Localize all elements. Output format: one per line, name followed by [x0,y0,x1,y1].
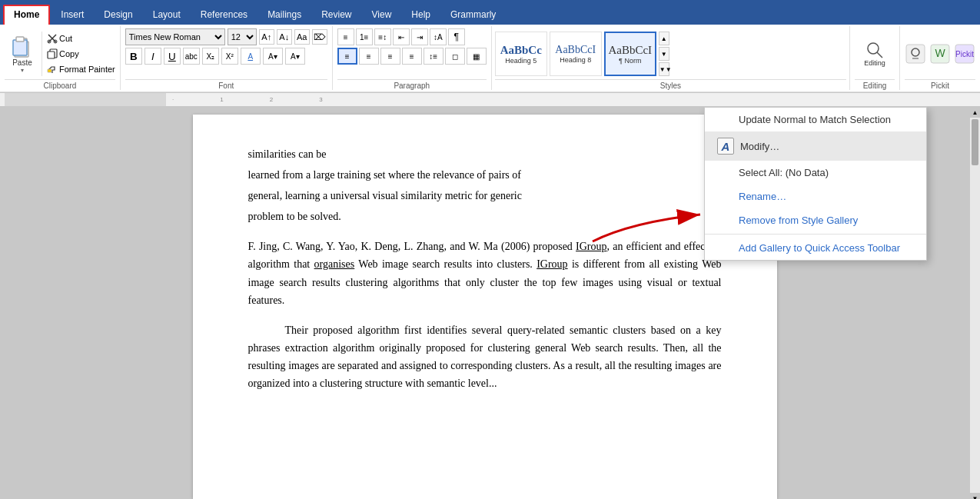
font-name-select[interactable]: Times New Roman [125,28,225,45]
pickit-label: Pickit [905,79,975,90]
heading8-preview: AaBbCcI [555,44,596,56]
style-scroll-down[interactable]: ▼ [659,47,669,61]
paste-label: Paste [12,58,32,67]
scroll-down-btn[interactable]: ▼ [970,493,980,499]
cut-label: Cut [59,34,72,43]
tab-home[interactable]: Home [3,5,50,25]
tab-design[interactable]: Design [95,6,141,25]
style-heading8[interactable]: AaBbCcI Heading 8 [550,32,602,76]
highlight-btn[interactable]: A▾ [263,48,283,65]
paste-button[interactable]: Paste ▾ [5,32,40,76]
style-heading5[interactable]: AaBbCc Heading 5 [495,32,547,76]
increase-indent-btn[interactable]: ⇥ [411,28,428,45]
para-general: general, learning a universal visual sim… [248,187,722,205]
cut-button[interactable]: Cut [47,32,115,45]
style-scroll: ▲ ▼ ▼▼ [659,32,669,76]
igroup-ref2: IGroup [537,258,567,270]
check-btn[interactable] [905,43,926,65]
tab-grammarly[interactable]: Grammarly [441,6,505,25]
multilevel-btn[interactable]: ≡↕ [374,28,391,45]
editing-group-label: Editing [855,79,895,90]
context-menu: Update Normal to Match Selection A Modif… [704,107,927,261]
format-painter-icon [47,64,58,75]
tab-help[interactable]: Help [402,6,440,25]
ruler-mark-2: 1 [220,96,223,103]
copy-icon [47,48,58,59]
menu-item-update[interactable]: Update Normal to Match Selection [705,108,926,131]
paste-icon [12,34,33,58]
justify-btn[interactable]: ≡ [402,48,422,65]
para-learned: learned from a large training set where … [248,166,722,184]
increase-font-btn[interactable]: A↑ [259,29,274,45]
decrease-font-btn[interactable]: A↓ [277,29,292,45]
document-area: similarities can be learned from a large… [0,107,980,499]
svg-line-12 [877,52,882,58]
strikethrough-btn[interactable]: abc [183,48,200,65]
numbering-btn[interactable]: 1≡ [356,28,373,45]
style-scroll-expand[interactable]: ▼▼ [659,62,669,76]
menu-item-add[interactable]: Add Gallery to Quick Access Toolbar [705,236,926,260]
styles-group: AaBbCc Heading 5 AaBbCcI Heading 8 AaBbC… [492,26,850,90]
bullets-btn[interactable]: ≡ [337,28,354,45]
svg-rect-9 [48,52,55,58]
tab-insert[interactable]: Insert [51,6,93,25]
menu-item-remove[interactable]: Remove from Style Gallery [705,208,926,232]
tab-review[interactable]: Review [312,6,360,25]
menu-item-rename[interactable]: Rename… [705,185,926,208]
check-group: W Pickit Pickit [900,26,980,90]
borders-btn[interactable]: ▦ [467,48,487,65]
tab-mailings[interactable]: Mailings [258,6,311,25]
web-btn[interactable]: W [929,43,951,65]
ruler-mark-3: 2 [270,96,273,103]
web-icon: W [929,43,951,65]
vertical-scrollbar[interactable]: ▲ ▼ [969,107,980,499]
heading5-label: Heading 5 [505,57,537,65]
menu-item-select[interactable]: Select All: (No Data) [705,161,926,185]
align-right-btn[interactable]: ≡ [380,48,400,65]
scroll-up-btn[interactable]: ▲ [970,107,980,118]
font-color-btn[interactable]: A [241,48,261,65]
clear-format-btn[interactable]: ⌦ [312,29,327,45]
underline-btn[interactable]: U [164,48,181,65]
align-center-btn[interactable]: ≡ [359,48,379,65]
editing-search-btn[interactable]: Editing [864,41,885,67]
pickit-btn[interactable]: Pickit [954,43,975,65]
heading8-label: Heading 8 [560,56,591,64]
svg-text:Pickit: Pickit [955,50,974,58]
copy-label: Copy [59,49,79,58]
line-spacing-btn[interactable]: ↕≡ [424,48,443,65]
italic-btn[interactable]: I [145,48,161,65]
paragraph-group: ≡ 1≡ ≡↕ ⇤ ⇥ ↕A ¶ ≡ ≡ ≡ ≡ ↕≡ ◻ ▦ Paragrap… [333,26,492,90]
scroll-track[interactable] [970,118,980,493]
show-marks-btn[interactable]: ¶ [448,28,465,45]
bold-btn[interactable]: B [125,48,142,65]
change-case-btn[interactable]: Aa [294,29,310,45]
align-left-btn[interactable]: ≡ [337,48,357,65]
clipboard-divider [42,32,42,76]
copy-button[interactable]: Copy [47,47,115,61]
normal-label: ¶ Norm [619,57,641,65]
subscript-btn[interactable]: X₂ [202,48,219,65]
shading-btn[interactable]: ◻ [445,48,465,65]
sort-btn[interactable]: ↕A [430,28,447,45]
tab-view[interactable]: View [363,6,401,25]
scroll-thumb[interactable] [972,119,978,165]
ruler-mark-1: · [172,96,174,103]
svg-rect-13 [906,45,925,63]
para-problem: problem to be solved. [248,208,722,225]
menu-separator [705,234,926,235]
font-size-select[interactable]: 12 [228,28,257,45]
style-normal[interactable]: AaBbCcI ¶ Norm [604,32,656,76]
format-painter-button[interactable]: Format Painter [47,62,115,76]
superscript-btn[interactable]: X² [221,48,238,65]
text-color-btn[interactable]: A▾ [285,48,305,65]
scissors-icon [47,33,58,44]
style-scroll-up[interactable]: ▲ [659,32,669,45]
tab-references[interactable]: References [191,6,257,25]
decrease-indent-btn[interactable]: ⇤ [393,28,410,45]
modify-icon: A [717,138,734,155]
ruler-content: · 1 2 3 [166,96,975,103]
ruler-mark-4: 3 [319,96,322,103]
menu-item-modify[interactable]: A Modify… [705,131,926,161]
tab-layout[interactable]: Layout [144,6,190,25]
